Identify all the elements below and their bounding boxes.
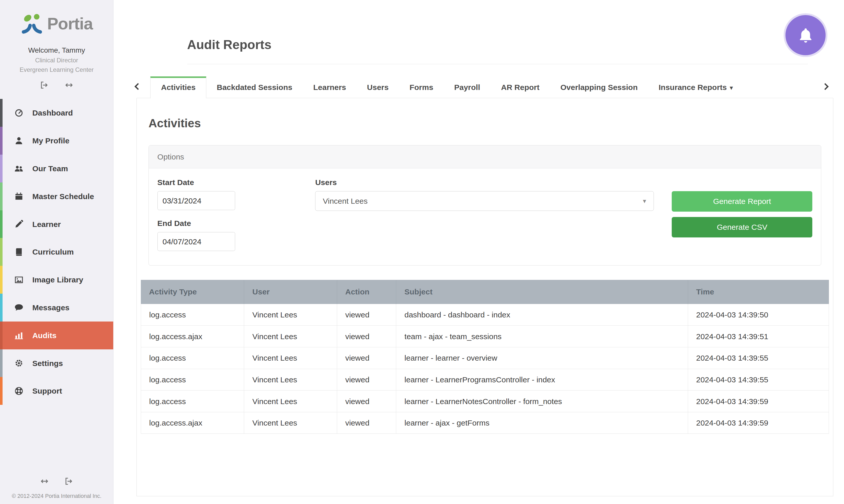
- column-header-activity-type: Activity Type: [141, 280, 244, 304]
- sidebar-item-curriculum[interactable]: Curriculum: [0, 238, 113, 266]
- sidebar-item-learner[interactable]: Learner: [0, 210, 113, 238]
- calendar-icon: [14, 192, 25, 201]
- chart-icon: [14, 331, 25, 340]
- sidebar-quick-actions-bottom: [0, 477, 113, 485]
- users-select[interactable]: Vincent Lees ▾: [315, 191, 653, 211]
- main-content: Audit Reports ActivitiesBackdated Sessio…: [113, 0, 844, 504]
- brand-name: Portia: [47, 14, 92, 33]
- sidebar-item-label: Dashboard: [32, 108, 73, 117]
- table-cell: learner - LearnerProgramsController - in…: [396, 369, 688, 391]
- book-icon: [14, 247, 25, 257]
- sidebar-footer: © 2012-2024 Portia International Inc.: [0, 469, 113, 500]
- sidebar-item-image-library[interactable]: Image Library: [0, 266, 113, 294]
- sidebar-item-support[interactable]: Support: [0, 377, 113, 405]
- logout-bottom-icon[interactable]: [65, 477, 73, 485]
- support-icon: [14, 386, 25, 396]
- tab-activities[interactable]: Activities: [150, 76, 206, 98]
- tab-label: Insurance Reports: [659, 83, 727, 91]
- generate-report-button[interactable]: Generate Report: [672, 191, 812, 212]
- column-header-subject: Subject: [396, 280, 688, 304]
- generate-csv-button[interactable]: Generate CSV: [672, 217, 812, 237]
- tab-label: Activities: [161, 83, 196, 91]
- sidebar-item-label: Messages: [32, 303, 69, 312]
- user-role: Clinical Director: [0, 57, 113, 64]
- tab-overlapping-session[interactable]: Overlapping Session: [550, 76, 648, 98]
- date-fields: Start Date End Date: [158, 178, 316, 251]
- sidebar-item-dashboard[interactable]: Dashboard: [0, 99, 113, 127]
- audit-table-head: Activity TypeUserActionSubjectTime: [141, 280, 829, 304]
- tab-insurance-reports[interactable]: Insurance Reports▾: [648, 76, 743, 98]
- tabbar: ActivitiesBackdated SessionsLearnersUser…: [130, 76, 833, 98]
- users-select-value: Vincent Lees: [323, 197, 367, 205]
- team-icon: [14, 164, 25, 173]
- tab-forms[interactable]: Forms: [399, 76, 444, 98]
- table-cell: dashboard - dashboard - index: [396, 304, 688, 326]
- collapse-sidebar-icon[interactable]: [65, 81, 73, 89]
- sidebar-item-label: Curriculum: [32, 247, 74, 256]
- table-row: log.accessVincent Leesvieweddashboard - …: [141, 304, 829, 326]
- sidebar-item-messages[interactable]: Messages: [0, 294, 113, 322]
- image-icon: [14, 275, 25, 285]
- copyright-text: © 2012-2024 Portia International Inc.: [0, 493, 113, 499]
- tabs-scroll-left-icon[interactable]: [130, 84, 146, 91]
- table-cell: learner - learner - overview: [396, 347, 688, 369]
- table-cell: 2024-04-03 14:39:55: [688, 347, 829, 369]
- page-title: Audit Reports: [187, 37, 844, 52]
- user-org: Evergreen Learning Center: [0, 66, 113, 73]
- table-cell: Vincent Lees: [244, 369, 337, 391]
- options-panel-body: Start Date End Date Users Vincent Lees ▾: [149, 168, 821, 265]
- start-date-label: Start Date: [158, 178, 316, 187]
- notifications-button[interactable]: [786, 15, 826, 55]
- sidebar-item-label: My Profile: [32, 136, 69, 145]
- select-caret-icon: ▾: [643, 197, 646, 205]
- nav-accent-stripe: [0, 294, 3, 322]
- tab-users[interactable]: Users: [357, 76, 399, 98]
- tab-learners[interactable]: Learners: [303, 76, 357, 98]
- table-cell: Vincent Lees: [244, 347, 337, 369]
- tab-ar-report[interactable]: AR Report: [490, 76, 550, 98]
- table-cell: 2024-04-03 14:39:50: [688, 304, 829, 326]
- sidebar-item-my-profile[interactable]: My Profile: [0, 127, 113, 155]
- end-date-label: End Date: [158, 219, 316, 228]
- column-header-time: Time: [688, 280, 829, 304]
- dropdown-caret-icon: ▾: [730, 84, 733, 91]
- welcome-text: Welcome, Tammy: [0, 46, 113, 54]
- table-row: log.access.ajaxVincent Leesviewedlearner…: [141, 412, 829, 434]
- report-tabs: ActivitiesBackdated SessionsLearnersUser…: [150, 76, 743, 98]
- sidebar-item-label: Settings: [32, 359, 63, 368]
- tabs-scroll-right-icon[interactable]: [817, 84, 833, 91]
- tab-label: Payroll: [454, 83, 480, 91]
- nav-accent-stripe: [0, 266, 3, 294]
- dashboard-icon: [14, 108, 25, 118]
- tab-label: AR Report: [501, 83, 539, 91]
- nav-accent-stripe: [0, 349, 3, 377]
- start-date-input[interactable]: [158, 191, 235, 210]
- table-cell: log.access: [141, 304, 244, 326]
- sidebar-item-master-schedule[interactable]: Master Schedule: [0, 182, 113, 210]
- table-cell: log.access: [141, 391, 244, 412]
- table-row: log.access.ajaxVincent Leesviewedteam - …: [141, 326, 829, 347]
- tab-backdated-sessions[interactable]: Backdated Sessions: [206, 76, 303, 98]
- table-row: log.accessVincent Leesviewedlearner - Le…: [141, 391, 829, 412]
- table-cell: team - ajax - team_sessions: [396, 326, 688, 347]
- table-cell: viewed: [337, 369, 396, 391]
- tab-label: Learners: [313, 83, 346, 91]
- sidebar-item-audits[interactable]: Audits: [0, 322, 113, 349]
- end-date-input[interactable]: [158, 232, 235, 251]
- brand[interactable]: Portia: [0, 12, 113, 35]
- sidebar-item-label: Our Team: [32, 164, 68, 173]
- tab-label: Forms: [410, 83, 433, 91]
- table-cell: 2024-04-03 14:39:51: [688, 326, 829, 347]
- expand-sidebar-icon[interactable]: [40, 477, 49, 485]
- nav-accent-stripe: [0, 210, 3, 238]
- nav-accent-stripe: [0, 377, 3, 405]
- section-title: Activities: [148, 116, 833, 130]
- sidebar-item-label: Support: [32, 386, 62, 395]
- audit-table: Activity TypeUserActionSubjectTime log.a…: [141, 280, 829, 434]
- sidebar-item-settings[interactable]: Settings: [0, 349, 113, 377]
- sidebar-item-our-team[interactable]: Our Team: [0, 155, 113, 182]
- tab-payroll[interactable]: Payroll: [444, 76, 490, 98]
- title-divider: [187, 64, 808, 64]
- logout-icon[interactable]: [40, 81, 49, 89]
- bell-icon: [796, 26, 815, 44]
